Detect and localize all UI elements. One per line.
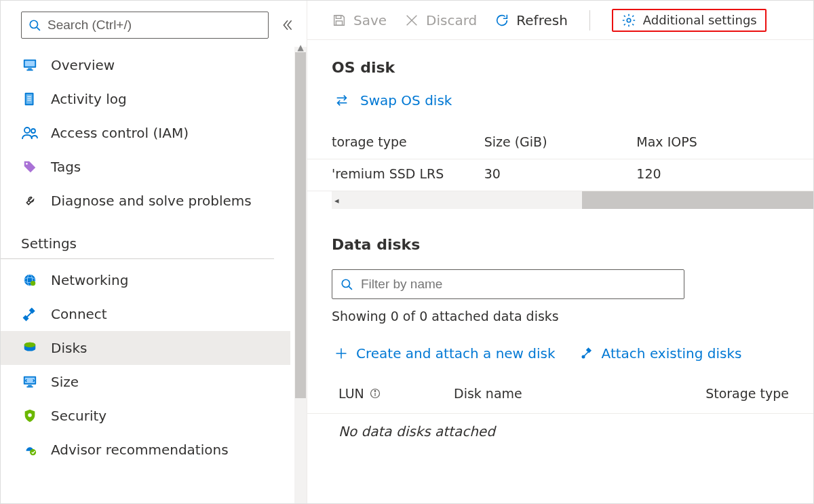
sidebar-scrollbar-thumb[interactable] bbox=[295, 52, 306, 398]
data-disks-table-header: LUN Disk name Storage type bbox=[307, 376, 813, 414]
additional-settings-label: Additional settings bbox=[643, 13, 757, 27]
attach-icon bbox=[580, 347, 594, 360]
search-icon bbox=[28, 19, 41, 31]
data-disks-filter[interactable] bbox=[332, 269, 684, 299]
nav-label: Diagnose and solve problems bbox=[51, 193, 252, 209]
networking-icon bbox=[21, 271, 39, 289]
disks-icon bbox=[21, 339, 39, 357]
size-icon bbox=[21, 373, 39, 391]
swap-label: Swap OS disk bbox=[360, 92, 452, 109]
nav-label: Access control (IAM) bbox=[51, 125, 189, 141]
sidebar-item-tags[interactable]: Tags bbox=[1, 150, 290, 184]
col-lun: LUN bbox=[338, 386, 364, 401]
nav-label: Activity log bbox=[51, 91, 127, 107]
svg-line-1 bbox=[37, 27, 40, 31]
attach-existing-label: Attach existing disks bbox=[602, 345, 742, 362]
info-icon[interactable] bbox=[370, 388, 381, 399]
wrench-icon bbox=[21, 192, 39, 210]
sidebar-search-input[interactable] bbox=[46, 17, 261, 33]
cell-iops: 120 bbox=[636, 166, 789, 181]
additional-settings-button[interactable]: Additional settings bbox=[612, 9, 767, 32]
data-disks-empty: No data disks attached bbox=[307, 414, 813, 440]
col-disk-name: Disk name bbox=[454, 386, 660, 401]
nav-label: Tags bbox=[51, 159, 81, 175]
sidebar-item-advisor[interactable]: Advisor recommendations bbox=[1, 433, 290, 467]
activity-log-icon bbox=[21, 90, 39, 108]
discard-button[interactable]: Discard bbox=[404, 12, 477, 28]
attach-existing-disks-button[interactable]: Attach existing disks bbox=[580, 345, 742, 362]
save-icon bbox=[332, 13, 347, 28]
svg-point-30 bbox=[627, 18, 631, 22]
main: Save Discard Refresh Additional settings bbox=[307, 1, 813, 503]
refresh-label: Refresh bbox=[516, 12, 568, 28]
sidebar: Overview Activity log Access control (IA… bbox=[1, 1, 307, 503]
svg-rect-7 bbox=[26, 94, 33, 104]
nav-label: Disks bbox=[51, 340, 87, 356]
shield-icon bbox=[21, 407, 39, 425]
svg-point-0 bbox=[30, 20, 37, 28]
sidebar-item-overview[interactable]: Overview bbox=[1, 48, 290, 82]
collapse-sidebar-button[interactable] bbox=[278, 16, 297, 35]
nav-label: Connect bbox=[51, 306, 107, 322]
svg-rect-22 bbox=[28, 385, 32, 387]
svg-point-35 bbox=[582, 355, 584, 357]
data-disks-filter-input[interactable] bbox=[360, 276, 676, 292]
svg-rect-23 bbox=[26, 386, 33, 387]
cell-size: 30 bbox=[484, 166, 637, 181]
sidebar-scrollbar[interactable]: ▲ bbox=[294, 47, 307, 503]
save-label: Save bbox=[353, 12, 387, 28]
search-icon bbox=[341, 278, 353, 290]
refresh-button[interactable]: Refresh bbox=[495, 12, 568, 28]
svg-point-11 bbox=[24, 128, 30, 133]
svg-line-32 bbox=[349, 286, 352, 290]
discard-label: Discard bbox=[426, 12, 477, 28]
sidebar-item-size[interactable]: Size bbox=[1, 365, 290, 399]
svg-point-12 bbox=[31, 129, 35, 133]
svg-rect-26 bbox=[336, 15, 341, 18]
sidebar-item-diagnose[interactable]: Diagnose and solve problems bbox=[1, 184, 290, 218]
col-storage-type: Storage type bbox=[660, 386, 789, 401]
advisor-icon bbox=[21, 441, 39, 459]
svg-point-17 bbox=[31, 281, 35, 286]
os-disk-hscrollbar-thumb[interactable]: ◂ bbox=[332, 191, 582, 209]
nav-label: Security bbox=[51, 408, 106, 424]
sidebar-item-connect[interactable]: Connect bbox=[1, 297, 290, 331]
gear-icon bbox=[621, 13, 636, 28]
svg-point-24 bbox=[28, 413, 32, 417]
sidebar-section-settings: Settings bbox=[1, 218, 274, 259]
sidebar-item-networking[interactable]: Networking bbox=[1, 263, 290, 297]
col-iops: Max IOPS bbox=[636, 134, 789, 149]
plus-icon bbox=[334, 347, 348, 360]
toolbar: Save Discard Refresh Additional settings bbox=[307, 1, 813, 40]
nav-label: Overview bbox=[51, 57, 115, 73]
toolbar-separator bbox=[589, 10, 590, 31]
sidebar-item-disks[interactable]: Disks bbox=[1, 331, 290, 365]
os-disk-heading: OS disk bbox=[332, 59, 813, 76]
svg-rect-4 bbox=[28, 69, 32, 70]
svg-rect-3 bbox=[25, 61, 35, 66]
create-attach-label: Create and attach a new disk bbox=[356, 345, 556, 362]
refresh-icon bbox=[495, 13, 509, 28]
col-size: Size (GiB) bbox=[484, 134, 637, 149]
swap-os-disk-button[interactable]: Swap OS disk bbox=[334, 92, 813, 109]
svg-rect-27 bbox=[336, 20, 342, 24]
sidebar-item-security[interactable]: Security bbox=[1, 399, 290, 433]
data-disks-status: Showing 0 of 0 attached data disks bbox=[332, 309, 813, 324]
os-disk-row: 'remium SSD LRS 30 120 bbox=[307, 159, 813, 191]
nav-label: Advisor recommendations bbox=[51, 442, 229, 458]
os-disk-hscrollbar[interactable]: ◂ bbox=[332, 191, 813, 209]
create-attach-disk-button[interactable]: Create and attach a new disk bbox=[334, 345, 556, 362]
svg-point-38 bbox=[374, 391, 376, 392]
sidebar-search[interactable] bbox=[21, 12, 269, 39]
nav-label: Networking bbox=[51, 272, 128, 288]
data-disks-heading: Data disks bbox=[332, 236, 813, 253]
svg-point-19 bbox=[24, 343, 36, 347]
os-disk-table: torage type Size (GiB) Max IOPS 'remium … bbox=[307, 128, 813, 209]
sidebar-item-activity-log[interactable]: Activity log bbox=[1, 82, 290, 116]
close-icon bbox=[404, 13, 419, 28]
swap-icon bbox=[334, 93, 349, 108]
save-button[interactable]: Save bbox=[332, 12, 387, 28]
monitor-icon bbox=[21, 56, 39, 74]
connect-icon bbox=[21, 305, 39, 323]
sidebar-item-access-control[interactable]: Access control (IAM) bbox=[1, 116, 290, 150]
